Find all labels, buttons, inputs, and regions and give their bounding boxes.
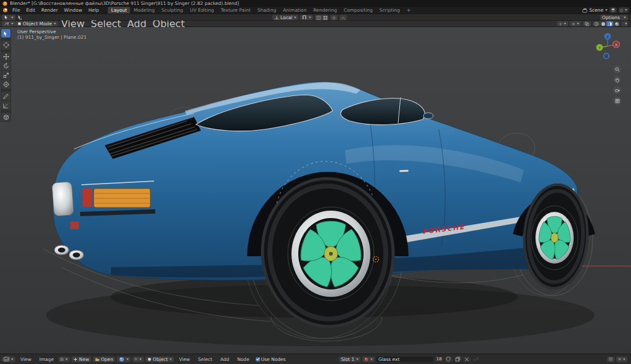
node-snap-icon[interactable] [607, 357, 614, 362]
navigation-gizmo[interactable]: Z Y X [595, 31, 622, 62]
menu-file[interactable]: File [9, 7, 23, 13]
img-menu-view[interactable]: View [17, 357, 35, 362]
gizmo-y-label: Y [598, 46, 601, 50]
taillight-red-segment [83, 188, 92, 207]
fake-user-shield-icon[interactable] [445, 357, 452, 362]
tool-settings-bar: Local Options [0, 14, 631, 20]
menu-render[interactable]: Render [38, 7, 61, 13]
orientation-value: Local [280, 15, 296, 20]
blender-window: Blender* [G:\Восстановленные файлы\3D\Po… [0, 0, 631, 364]
viewport-3d-scene[interactable]: PORSCHE [0, 27, 631, 354]
shading-dropdown[interactable] [622, 21, 628, 26]
tool-rotate[interactable] [1, 62, 10, 70]
proportional-falloff-icon[interactable] [340, 15, 347, 20]
proportional-editing-icon[interactable] [330, 15, 338, 20]
shader-editor-type-dropdown[interactable] [117, 357, 131, 362]
tab-scripting[interactable]: Scripting [377, 7, 403, 14]
tab-animation[interactable]: Animation [280, 7, 309, 14]
tool-scale[interactable] [1, 71, 10, 79]
options-dropdown[interactable]: Options [600, 15, 628, 20]
use-nodes-checkbox[interactable]: Use Nodes [256, 357, 286, 362]
node-overlay-dropdown[interactable] [616, 357, 627, 362]
image-new-button[interactable]: New [71, 357, 91, 362]
menu-edit[interactable]: Edit [23, 7, 39, 13]
tab-layout[interactable]: Layout [108, 7, 130, 14]
mode-dropdown[interactable]: Object Mode [15, 21, 58, 26]
menu-help[interactable]: Help [85, 7, 102, 13]
material-slot-dropdown[interactable]: Slot 1 [339, 357, 360, 362]
tab-uv-editing[interactable]: UV Editing [187, 7, 217, 14]
tab-compositing[interactable]: Compositing [341, 7, 376, 14]
tweak-cursor-icon[interactable] [15, 15, 24, 20]
tab-shading[interactable]: Shading [254, 7, 279, 14]
shading-solid-icon[interactable] [600, 21, 606, 26]
material-browse-dropdown[interactable] [362, 357, 375, 362]
copy-material-icon[interactable] [454, 357, 462, 362]
zoom-icon[interactable] [613, 65, 621, 73]
scene-selector[interactable]: Scene [589, 7, 608, 13]
bottom-editors: View Image New Open [0, 354, 631, 364]
pivot-point-icon[interactable] [315, 15, 322, 20]
window-titlebar[interactable]: Blender* [G:\Восстановленные файлы\3D\Po… [0, 0, 631, 7]
tab-texture-paint[interactable]: Texture Paint [218, 7, 253, 14]
material-users-count[interactable]: 18 [435, 357, 443, 362]
tab-sculpting[interactable]: Sculpting [158, 7, 186, 14]
tool-select-box[interactable] [1, 29, 10, 38]
node-link-icon[interactable] [473, 357, 480, 362]
shading-rendered-icon[interactable] [613, 21, 620, 26]
tab-rendering[interactable]: Rendering [310, 7, 340, 14]
window-title: Blender* [G:\Восстановленные файлы\3D\Po… [10, 1, 239, 6]
image-browse-dropdown[interactable] [59, 357, 70, 362]
viewport-header: Object Mode View Select Add Object [0, 20, 631, 27]
snap-dropdown[interactable] [300, 15, 313, 20]
blender-app-icon [2, 1, 7, 6]
view-layer-selector[interactable] [619, 7, 629, 13]
shader-type-dropdown[interactable]: Object [145, 357, 174, 362]
shd-menu-select[interactable]: Select [195, 357, 215, 362]
pivot-point-group [315, 15, 328, 20]
add-workspace-button[interactable]: + [404, 7, 413, 14]
tool-measure[interactable] [1, 101, 10, 110]
tool-cursor[interactable] [1, 41, 10, 49]
gizmos-dropdown[interactable] [557, 21, 568, 26]
image-editor-type-dropdown[interactable] [2, 357, 15, 362]
checkbox-checked-icon [256, 357, 260, 362]
shd-menu-add[interactable]: Add [217, 357, 232, 362]
viewport-3d[interactable]: PORSCHE [0, 27, 631, 354]
ortho-perspective-icon[interactable] [613, 97, 621, 105]
tool-transform[interactable] [1, 80, 10, 89]
snap-target-icon[interactable] [322, 15, 328, 20]
tool-annotate[interactable] [1, 92, 10, 100]
material-name-field[interactable]: Glass ext [377, 357, 433, 362]
active-tool-dropdown[interactable] [2, 15, 15, 20]
gizmo-x-label: X [615, 42, 617, 47]
pan-hand-icon[interactable] [613, 76, 621, 84]
rear-reflector [70, 222, 79, 229]
view-layer-icon[interactable] [609, 7, 617, 13]
unlink-material-icon[interactable] [463, 357, 471, 362]
scene-icon [582, 8, 587, 13]
camera-view-icon[interactable] [613, 86, 621, 94]
img-menu-image[interactable]: Image [36, 357, 57, 362]
transform-orientation-dropdown[interactable]: Local [272, 15, 298, 20]
shading-wireframe-icon[interactable] [593, 21, 600, 26]
editor-type-dropdown[interactable] [2, 21, 15, 26]
tool-add-cube[interactable] [1, 113, 10, 121]
shd-menu-view[interactable]: View [176, 357, 193, 362]
viewport-nav-buttons [613, 65, 621, 105]
shading-material-icon[interactable] [606, 21, 613, 26]
topbar: File Edit Render Window Help Layout Mode… [0, 7, 631, 14]
gizmo-neg-z [604, 54, 609, 59]
workspace-tabs: Layout Modeling Sculpting UV Editing Tex… [108, 7, 413, 14]
gizmo-z-label: Z [606, 34, 609, 39]
menu-window[interactable]: Window [61, 7, 86, 13]
tool-move[interactable] [1, 52, 10, 61]
tab-modeling[interactable]: Modeling [131, 7, 158, 14]
xray-toggle[interactable] [583, 21, 591, 26]
blender-menu-icon[interactable] [2, 7, 8, 13]
image-open-button[interactable]: Open [93, 357, 115, 362]
shd-menu-node[interactable]: Node [234, 357, 253, 362]
shader-pin-dropdown[interactable] [132, 357, 144, 362]
side-mirror [423, 113, 433, 119]
overlays-dropdown[interactable] [570, 21, 581, 26]
